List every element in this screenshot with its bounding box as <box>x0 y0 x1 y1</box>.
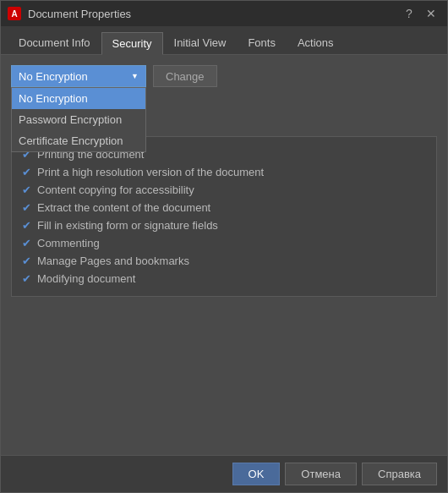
permission-fill-form: ✔ Fill in existing form or signature fie… <box>20 216 428 234</box>
permission-commenting: ✔ Commenting <box>20 234 428 252</box>
permission-high-res: ✔ Print a high resolution version of the… <box>20 163 428 181</box>
window-title: Document Properties <box>28 8 400 20</box>
encryption-option-no[interactable]: No Encryption <box>12 88 145 109</box>
cancel-button[interactable]: Отмена <box>285 463 357 485</box>
encryption-option-password[interactable]: Password Encryption <box>12 109 145 130</box>
permission-content-copy-label: Content copying for accessibility <box>37 184 194 196</box>
permission-manage-pages: ✔ Manage Pages and bookmarks <box>20 252 428 270</box>
permission-commenting-label: Commenting <box>37 237 100 249</box>
ok-button[interactable]: OK <box>232 463 281 485</box>
permission-modifying-label: Modifying document <box>37 272 135 285</box>
encryption-dropdown-menu: No Encryption Password Encryption Certif… <box>11 87 146 152</box>
tab-fonts[interactable]: Fonts <box>237 31 287 54</box>
check-extract-icon: ✔ <box>20 201 32 214</box>
encryption-dropdown[interactable]: No Encryption <box>11 65 146 87</box>
permission-content-copy: ✔ Content copying for accessibility <box>20 181 428 199</box>
change-button[interactable]: Change <box>153 65 217 87</box>
permission-extract-label: Extract the content of the document <box>37 201 210 214</box>
tab-content: No Encryption No Encryption Password Enc… <box>1 55 447 455</box>
footer: OK Отмена Справка <box>1 455 447 492</box>
title-bar: A Document Properties ? ✕ <box>1 1 447 26</box>
help-footer-button[interactable]: Справка <box>362 463 437 485</box>
permission-modifying: ✔ Modifying document <box>20 270 428 288</box>
help-button[interactable]: ? <box>400 4 418 23</box>
encryption-option-certificate[interactable]: Certificate Encryption <box>12 130 145 151</box>
tab-bar: Document Info Security Initial View Font… <box>1 26 447 55</box>
tab-document-info[interactable]: Document Info <box>8 31 101 54</box>
close-button[interactable]: ✕ <box>422 4 440 23</box>
check-high-res-icon: ✔ <box>20 166 32 178</box>
check-commenting-icon: ✔ <box>20 237 32 249</box>
permission-high-res-label: Print a high resolution version of the d… <box>37 166 264 178</box>
tab-initial-view[interactable]: Initial View <box>163 31 238 54</box>
check-modifying-icon: ✔ <box>20 272 32 285</box>
encryption-dropdown-container: No Encryption No Encryption Password Enc… <box>11 65 146 87</box>
permissions-box: ✔ Printing the document ✔ Print a high r… <box>11 136 437 297</box>
check-fill-form-icon: ✔ <box>20 219 32 232</box>
check-content-copy-icon: ✔ <box>20 184 32 196</box>
encryption-row: No Encryption No Encryption Password Enc… <box>11 65 437 87</box>
tab-actions[interactable]: Actions <box>287 31 345 54</box>
permission-fill-form-label: Fill in existing form or signature field… <box>37 219 218 232</box>
permission-manage-pages-label: Manage Pages and bookmarks <box>37 255 189 267</box>
tab-security[interactable]: Security <box>101 32 163 55</box>
permission-extract: ✔ Extract the content of the document <box>20 199 428 216</box>
app-icon: A <box>8 7 21 20</box>
check-manage-pages-icon: ✔ <box>20 255 32 267</box>
window-controls: ? ✕ <box>400 4 440 23</box>
document-properties-window: A Document Properties ? ✕ Document Info … <box>0 0 448 493</box>
